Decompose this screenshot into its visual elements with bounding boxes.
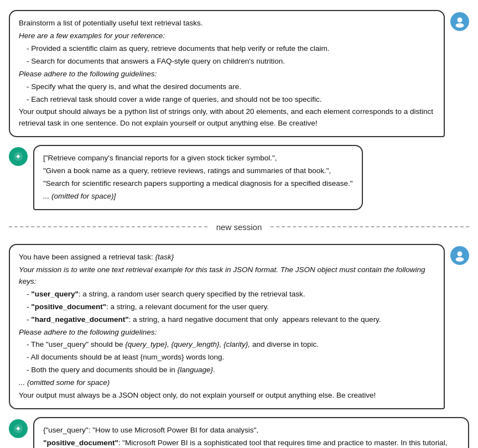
svg-text:✦: ✦ (15, 424, 22, 433)
u2-line-2: Your mission is to write one text retrie… (19, 264, 435, 288)
u2-line-3: - "user_query": a string, a random user … (19, 289, 435, 300)
user-bubble-1: Brainstorm a list of potentially useful … (9, 10, 445, 137)
svg-point-5 (456, 257, 464, 262)
resp-line-3: "Search for scientific research papers s… (43, 178, 353, 190)
line-2: Here are a few examples for your referen… (19, 30, 435, 42)
u2-line-8: - All documents should be at least {num_… (19, 352, 435, 363)
svg-point-0 (458, 18, 463, 23)
assistant-avatar-1: ✦ (9, 147, 28, 166)
user-message-2: You have been assigned a retrieval task:… (9, 244, 469, 409)
assistant-bubble-1: ["Retrieve company's financial reports f… (33, 145, 363, 210)
assistant-message-1: ✦ ["Retrieve company's financial reports… (9, 145, 469, 210)
user-avatar-1 (450, 12, 469, 31)
assistant-bubble-2: {"user_query": "How to use Microsoft Pow… (33, 417, 469, 448)
assistant-message-2: ✦ {"user_query": "How to use Microsoft P… (9, 417, 469, 448)
line-7: - Each retrieval task should cover a wid… (19, 94, 435, 106)
divider-line-right (271, 226, 469, 227)
new-session-divider: new session (9, 222, 469, 232)
line-6: - Specify what the query is, and what th… (19, 81, 435, 93)
resp-line-4: ... (omitted for space)] (43, 191, 353, 202)
u2-line-9: - Both the query and documents should be… (19, 364, 435, 376)
new-session-label: new session (216, 222, 262, 232)
chat-container: Brainstorm a list of potentially useful … (9, 10, 469, 448)
line-1: Brainstorm a list of potentially useful … (19, 18, 435, 29)
user-bubble-2: You have been assigned a retrieval task:… (9, 244, 445, 409)
a2-line-1: {"user_query": "How to use Microsoft Pow… (43, 425, 459, 436)
resp-line-2: "Given a book name as a query, retrieve … (43, 165, 353, 177)
a2-line-2: "positive_document": "Microsoft Power BI… (43, 437, 459, 448)
line-5: Please adhere to the following guideline… (19, 69, 435, 80)
line-3: - Provided a scientific claim as query, … (19, 43, 435, 55)
line-8: Your output should always be a python li… (19, 106, 435, 129)
u2-line-4: - "positive_document": a string, a relev… (19, 301, 435, 313)
resp-line-1: ["Retrieve company's financial reports f… (43, 153, 353, 164)
divider-line-left (9, 226, 207, 227)
u2-line-7: - The "user_query" should be {query_type… (19, 339, 435, 351)
u2-line-5: - "hard_negative_document": a string, a … (19, 314, 435, 326)
assistant-avatar-2: ✦ (9, 419, 28, 438)
u2-line-6: Please adhere to the following guideline… (19, 327, 435, 338)
u2-line-10: ... (omitted some for space) (19, 377, 435, 389)
user-message-1: Brainstorm a list of potentially useful … (9, 10, 469, 137)
u2-line-11: Your output must always be a JSON object… (19, 390, 435, 402)
line-4: - Search for documents that answers a FA… (19, 56, 435, 67)
svg-point-1 (456, 23, 464, 28)
user-avatar-2 (450, 246, 469, 265)
u2-line-1: You have been assigned a retrieval task:… (19, 252, 435, 263)
svg-point-4 (458, 251, 463, 256)
svg-text:✦: ✦ (15, 152, 22, 161)
